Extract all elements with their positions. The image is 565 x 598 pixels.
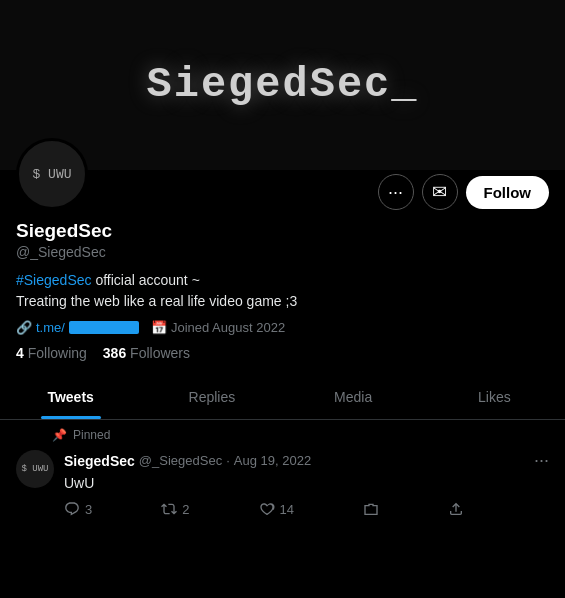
profile-banner: SiegedSec_	[0, 0, 565, 170]
reply-count: 3	[85, 502, 92, 517]
follow-button[interactable]: Follow	[466, 176, 550, 209]
username-handle: @_SiegedSec	[16, 244, 549, 260]
analytics-action[interactable]	[363, 501, 379, 517]
tweet-author-username: @_SiegedSec	[139, 453, 222, 468]
link-redacted	[69, 321, 139, 334]
retweet-action[interactable]: 2	[161, 501, 189, 517]
avatar-row: $ UWU ··· ✉ Follow	[0, 166, 565, 210]
tab-likes[interactable]: Likes	[424, 375, 565, 419]
bio-rest: official account ~	[92, 272, 200, 288]
tab-media[interactable]: Media	[283, 375, 424, 419]
tweet-more-button[interactable]: ···	[534, 450, 549, 471]
link-prefix: t.me/	[36, 320, 65, 335]
retweet-count: 2	[182, 502, 189, 517]
message-icon: ✉	[432, 181, 447, 203]
profile-tabs: Tweets Replies Media Likes	[0, 375, 565, 420]
tweet-section: 📌 Pinned $ UWU SiegedSec @_SiegedSec · A…	[0, 420, 565, 525]
tweet-header: SiegedSec @_SiegedSec · Aug 19, 2022 ···	[64, 450, 549, 471]
tab-replies[interactable]: Replies	[141, 375, 282, 419]
retweet-icon	[161, 501, 177, 517]
action-buttons: ··· ✉ Follow	[378, 174, 550, 210]
pinned-label: 📌 Pinned	[0, 420, 565, 446]
analytics-icon	[363, 501, 379, 517]
calendar-icon: 📅	[151, 320, 167, 335]
profile-info: SiegedSec @_SiegedSec #SiegedSec officia…	[0, 210, 565, 361]
message-button[interactable]: ✉	[422, 174, 458, 210]
tweet-meta: SiegedSec @_SiegedSec · Aug 19, 2022	[64, 453, 311, 469]
profile-link[interactable]: 🔗 t.me/	[16, 320, 139, 335]
tweet-content: SiegedSec @_SiegedSec · Aug 19, 2022 ···…	[64, 450, 549, 517]
like-icon	[259, 501, 275, 517]
pin-icon: 📌	[52, 428, 67, 442]
tweet-actions: 3 2 14	[64, 501, 464, 517]
profile-meta: 🔗 t.me/ 📅 Joined August 2022	[16, 320, 549, 335]
reply-action[interactable]: 3	[64, 501, 92, 517]
link-icon: 🔗	[16, 320, 32, 335]
more-options-button[interactable]: ···	[378, 174, 414, 210]
bio: #SiegedSec official account ~ Treating t…	[16, 270, 549, 312]
like-count: 14	[280, 502, 294, 517]
tweet-author-name: SiegedSec	[64, 453, 135, 469]
tweet-author-avatar: $ UWU	[16, 450, 54, 488]
stats-row: 4 Following 386 Followers	[16, 345, 549, 361]
share-action[interactable]	[448, 501, 464, 517]
following-stat[interactable]: 4 Following	[16, 345, 87, 361]
bio-line2: Treating the web like a real life video …	[16, 293, 297, 309]
banner-title: SiegedSec_	[146, 61, 418, 109]
reply-icon	[64, 501, 80, 517]
joined-date: 📅 Joined August 2022	[151, 320, 285, 335]
bio-hashtag[interactable]: #SiegedSec	[16, 272, 92, 288]
tweet-body: UwU	[64, 475, 549, 491]
followers-stat[interactable]: 386 Followers	[103, 345, 190, 361]
display-name: SiegedSec	[16, 220, 549, 242]
like-action[interactable]: 14	[259, 501, 294, 517]
tweet-separator: ·	[226, 453, 230, 468]
avatar: $ UWU	[16, 138, 88, 210]
tweet-date: Aug 19, 2022	[234, 453, 311, 468]
share-icon	[448, 501, 464, 517]
tab-tweets[interactable]: Tweets	[0, 375, 141, 419]
tweet-row: $ UWU SiegedSec @_SiegedSec · Aug 19, 20…	[0, 446, 565, 525]
